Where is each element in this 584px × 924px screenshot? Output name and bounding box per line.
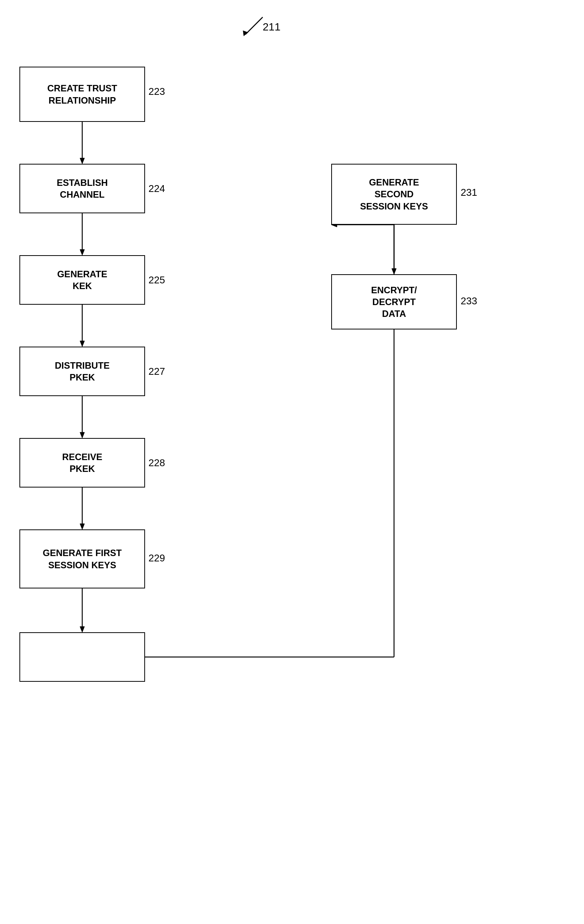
svg-marker-7 xyxy=(80,432,84,438)
node-receive-pkek: RECEIVEPKEK xyxy=(20,438,145,488)
node-establish-channel: ESTABLISHCHANNEL xyxy=(20,164,145,213)
svg-marker-9 xyxy=(80,524,84,530)
label-227: 227 xyxy=(148,366,165,378)
flowchart-diagram: 211 CREATE TRUSTRELATIONSHIP 223 ESTABLI… xyxy=(0,0,584,924)
svg-marker-3 xyxy=(80,249,84,255)
node-generate-kek: GENERATEKEK xyxy=(20,255,145,305)
svg-marker-11 xyxy=(80,627,84,632)
label-225: 225 xyxy=(148,274,165,286)
svg-marker-19 xyxy=(243,30,248,36)
label-228: 228 xyxy=(148,457,165,469)
node-generate-first-session: GENERATE FIRSTSESSION KEYS xyxy=(20,530,145,589)
svg-marker-1 xyxy=(80,158,84,164)
svg-marker-5 xyxy=(80,341,84,346)
svg-line-18 xyxy=(245,17,263,34)
node-distribute-pkek: DISTRIBUTEPKEK xyxy=(20,346,145,396)
label-231: 231 xyxy=(461,186,477,198)
arrow-211 xyxy=(229,12,274,42)
node-bottom xyxy=(20,632,145,682)
label-233: 233 xyxy=(461,295,477,307)
svg-marker-17 xyxy=(392,269,396,274)
label-223: 223 xyxy=(148,86,165,97)
label-229: 229 xyxy=(148,552,165,564)
node-encrypt-decrypt: ENCRYPT/DECRYPTDATA xyxy=(331,274,457,330)
node-generate-second-session: GENERATESECONDSESSION KEYS xyxy=(331,164,457,225)
label-224: 224 xyxy=(148,183,165,195)
node-create-trust: CREATE TRUSTRELATIONSHIP xyxy=(20,67,145,122)
